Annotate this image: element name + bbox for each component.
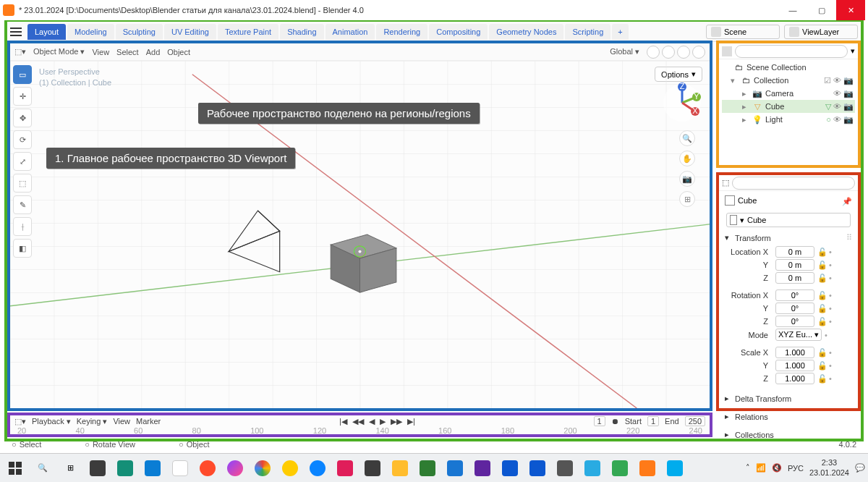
nav-gizmo[interactable]: Z Y X [662, 83, 702, 123]
lock-icon[interactable]: 🔓 [817, 248, 826, 257]
menu-view-timeline[interactable]: View [113, 417, 130, 426]
scene-name[interactable] [724, 28, 775, 36]
render-icon[interactable]: 📷 [843, 115, 854, 124]
panel-transform-header[interactable]: ▾Transform⠿ [725, 230, 852, 245]
taskbar-app[interactable] [223, 457, 247, 480]
lock-icon[interactable]: 🔓 [817, 274, 826, 283]
current-frame[interactable]: 1 [594, 416, 605, 426]
pan-button[interactable]: ✋ [679, 151, 695, 166]
viewlayer-selector[interactable] [784, 25, 858, 39]
taskview-button[interactable]: ⊞ [58, 457, 82, 480]
lock-icon[interactable]: 🔓 [817, 348, 826, 358]
outliner-item-light[interactable]: ▸💡Light○👁📷 [722, 113, 855, 126]
lock-icon[interactable]: 🔓 [817, 317, 826, 326]
play-button[interactable]: ▶ [378, 417, 387, 426]
panel-relations-header[interactable]: ▸Relations [725, 409, 852, 424]
checkbox-icon[interactable]: ☑ [824, 76, 831, 85]
lock-icon[interactable]: 🔓 [817, 304, 826, 313]
close-button[interactable]: ✕ [836, 0, 865, 20]
taskbar-app[interactable] [415, 457, 440, 480]
filter-icon[interactable]: ▾ [851, 46, 855, 56]
viewport-3d[interactable]: User Perspective (1) Collection | Cube ▭… [10, 61, 710, 408]
eye-icon[interactable]: 👁 [833, 76, 841, 85]
main-menu-button[interactable] [7, 23, 25, 41]
scene-selector[interactable] [706, 25, 780, 39]
tool-scale[interactable]: ⤢ [13, 152, 32, 171]
rot-z-input[interactable]: 0° [775, 316, 814, 327]
tool-addcube[interactable]: ◧ [13, 239, 32, 258]
tray-lang[interactable]: РУС [788, 464, 804, 473]
outliner-collection[interactable]: ▾🗀Collection☑👁📷 [722, 74, 855, 87]
eye-icon[interactable]: 👁 [833, 89, 841, 98]
tab-texturepaint[interactable]: Texture Paint [218, 24, 278, 40]
lock-icon[interactable]: 🔓 [817, 361, 826, 371]
taskbar-app[interactable] [580, 457, 605, 480]
start-frame[interactable]: 1 [647, 416, 659, 426]
render-icon[interactable]: 📷 [843, 89, 854, 98]
timeline-ruler[interactable]: 20406080100120140160180200220240 [10, 426, 710, 435]
tool-select[interactable]: ▭ [13, 65, 32, 84]
tray-volume-icon[interactable]: 🔇 [772, 463, 782, 473]
menu-view[interactable]: View [92, 48, 109, 56]
lock-icon[interactable]: 🔓 [817, 261, 826, 270]
properties-search[interactable] [732, 177, 855, 190]
loc-y-input[interactable]: 0 m [775, 259, 814, 271]
menu-add[interactable]: Add [146, 48, 161, 56]
tray-clock[interactable]: 2:3323.01.2024 [809, 458, 849, 477]
taskbar-app[interactable] [85, 457, 110, 480]
outliner-item-cube[interactable]: ▸▽Cube▽👁📷 [722, 100, 855, 113]
chevron-down-icon[interactable]: ▾ [740, 216, 744, 225]
tab-rendering[interactable]: Rendering [376, 24, 427, 40]
render-icon[interactable]: 📷 [843, 102, 854, 111]
loc-x-input[interactable]: 0 m [775, 246, 814, 258]
drag-grip-icon[interactable]: ⠿ [846, 233, 852, 242]
camera-view-button[interactable]: 📷 [679, 171, 695, 187]
scale-z-input[interactable]: 1.000 [775, 373, 814, 384]
taskbar-app[interactable] [278, 457, 302, 480]
tool-transform[interactable]: ⬚ [13, 174, 32, 193]
autokey-icon[interactable]: ⏺ [611, 417, 619, 426]
tool-rotate[interactable]: ⟳ [13, 130, 32, 149]
render-icon[interactable]: 📷 [843, 76, 854, 85]
search-button[interactable]: 🔍 [30, 457, 55, 480]
outliner-item-camera[interactable]: ▸📷Camera👁📷 [722, 87, 855, 100]
taskbar-app[interactable] [553, 457, 577, 480]
zoom-button[interactable]: 🔍 [679, 130, 695, 146]
mode-dropdown[interactable]: Object Mode [33, 47, 85, 56]
taskbar-app[interactable] [305, 457, 330, 480]
menu-playback[interactable]: Playback ▾ [32, 417, 71, 426]
taskbar-app[interactable] [663, 457, 687, 480]
menu-keying[interactable]: Keying ▾ [77, 417, 108, 426]
rot-y-input[interactable]: 0° [775, 303, 814, 314]
taskbar-app[interactable] [140, 457, 165, 480]
scale-y-input[interactable]: 1.000 [775, 360, 814, 371]
tab-sculpting[interactable]: Sculpting [116, 24, 163, 40]
outliner-search[interactable] [735, 45, 848, 58]
taskbar-app[interactable] [168, 457, 192, 480]
orientation-dropdown[interactable]: Global [610, 47, 639, 56]
tab-modeling[interactable]: Modeling [67, 24, 114, 40]
minimize-button[interactable]: — [778, 0, 807, 20]
data-icon[interactable]: ▽ [825, 102, 831, 111]
data-icon[interactable]: ○ [826, 115, 831, 124]
shading-rendered-button[interactable] [692, 46, 705, 59]
taskbar-app[interactable] [635, 457, 660, 480]
tab-animation[interactable]: Animation [326, 24, 375, 40]
pin-icon[interactable]: 📌 [842, 197, 852, 206]
tab-uvediting[interactable]: UV Editing [164, 24, 216, 40]
tray-wifi-icon[interactable]: 📶 [756, 463, 766, 473]
taskbar-app[interactable] [360, 457, 385, 480]
next-key-button[interactable]: ▶▶ [389, 417, 404, 426]
tool-cursor[interactable]: ✛ [13, 87, 32, 106]
tool-measure[interactable]: ⟊ [13, 217, 32, 236]
tab-geometrynodes[interactable]: Geometry Nodes [489, 24, 563, 40]
taskbar-app[interactable] [113, 457, 137, 480]
timeline-type-icon[interactable]: ⬚▾ [14, 417, 26, 426]
shading-solid-button[interactable] [662, 46, 675, 59]
lock-icon[interactable]: 🔓 [817, 374, 826, 384]
start-button[interactable] [3, 457, 27, 480]
outliner-scene-collection[interactable]: 🗀Scene Collection [722, 61, 855, 74]
taskbar-app[interactable] [333, 457, 357, 480]
jump-end-button[interactable]: ▶| [406, 417, 417, 426]
menu-marker[interactable]: Marker [136, 417, 161, 426]
